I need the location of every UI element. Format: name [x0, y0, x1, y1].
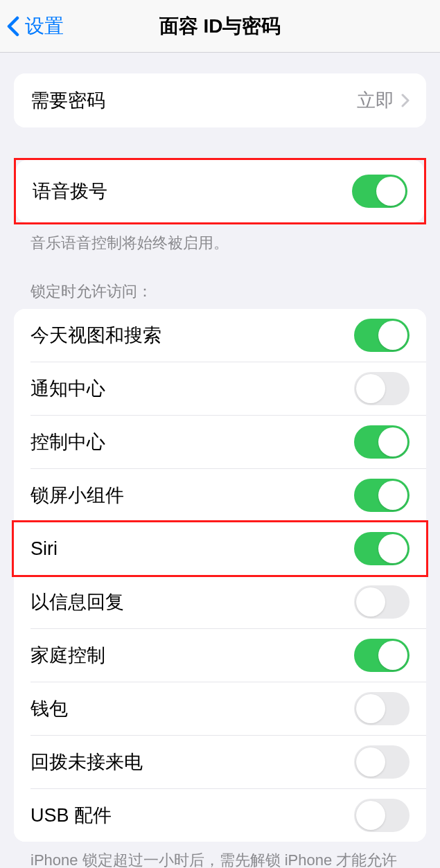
lock-access-row: USB 配件: [14, 789, 426, 842]
lock-access-label: 钱包: [30, 696, 68, 721]
lock-access-row: 控制中心: [14, 416, 426, 468]
voice-dial-footer: 音乐语音控制将始终被启用。: [14, 224, 426, 254]
lock-access-label: 今天视图和搜索: [30, 323, 161, 348]
lock-access-toggle[interactable]: [354, 532, 410, 565]
lock-access-row: Siri: [14, 522, 426, 575]
require-passcode-label: 需要密码: [30, 88, 105, 113]
lock-access-footer: iPhone 锁定超过一小时后，需先解锁 iPhone 才能允许USB 配件连接…: [14, 842, 426, 868]
voice-dial-group: 语音拨号: [16, 160, 424, 222]
chevron-right-icon: [401, 94, 410, 107]
nav-header: 设置 面容 ID与密码: [0, 0, 440, 53]
lock-access-group: 今天视图和搜索通知中心控制中心锁屏小组件Siri以信息回复家庭控制钱包回拨未接来…: [14, 309, 426, 842]
lock-access-toggle[interactable]: [354, 585, 410, 619]
lock-access-row: 钱包: [14, 682, 426, 735]
lock-access-label: 控制中心: [30, 429, 105, 454]
lock-access-toggle[interactable]: [354, 425, 410, 459]
lock-access-toggle[interactable]: [354, 372, 410, 405]
lock-access-row: 家庭控制: [14, 629, 426, 682]
lock-access-toggle[interactable]: [354, 319, 410, 352]
voice-dial-row: 语音拨号: [16, 160, 424, 222]
lock-access-row: 回拨未接来电: [14, 736, 426, 788]
lock-access-label: 以信息回复: [30, 590, 124, 614]
back-button[interactable]: 设置: [7, 13, 64, 39]
lock-access-toggle[interactable]: [354, 479, 410, 512]
voice-dial-highlight: 语音拨号: [14, 158, 426, 224]
lock-access-toggle[interactable]: [354, 799, 410, 832]
lock-access-label: 回拨未接来电: [30, 750, 143, 774]
voice-dial-label: 语音拨号: [33, 179, 107, 204]
lock-access-row: 今天视图和搜索: [14, 309, 426, 362]
lock-access-toggle[interactable]: [354, 745, 410, 779]
require-passcode-value: 立即: [357, 88, 394, 113]
lock-access-header: 锁定时允许访问：: [14, 254, 426, 309]
require-passcode-group: 需要密码 立即: [14, 73, 426, 127]
page-title: 面容 ID与密码: [159, 13, 281, 39]
lock-access-toggle[interactable]: [354, 692, 410, 725]
lock-access-row: 以信息回复: [14, 576, 426, 628]
lock-access-label: 家庭控制: [30, 643, 105, 668]
lock-access-row: 锁屏小组件: [14, 469, 426, 522]
chevron-left-icon: [7, 16, 19, 37]
lock-access-label: USB 配件: [30, 803, 112, 828]
voice-dial-toggle[interactable]: [352, 175, 407, 208]
lock-access-row: 通知中心: [14, 362, 426, 415]
lock-access-label: 通知中心: [30, 376, 105, 401]
lock-access-toggle[interactable]: [354, 639, 410, 672]
back-label: 设置: [25, 13, 64, 39]
lock-access-label: Siri: [30, 538, 58, 560]
lock-access-label: 锁屏小组件: [30, 483, 124, 508]
require-passcode-row[interactable]: 需要密码 立即: [14, 73, 426, 127]
